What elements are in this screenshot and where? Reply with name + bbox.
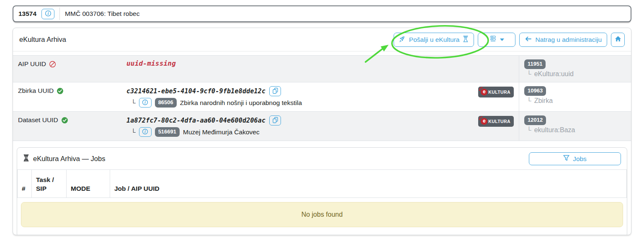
aip-uuid-label-cell: AIP UUID bbox=[13, 56, 121, 82]
tree-glyph: └ bbox=[527, 71, 531, 77]
home-button[interactable] bbox=[611, 33, 625, 47]
record-header-bar: 13574 MMČ 003706: Tibet robec bbox=[13, 5, 631, 22]
tree-glyph: └ bbox=[527, 127, 531, 133]
header-button-group: Pošalji u eKultura bbox=[394, 33, 625, 47]
divider bbox=[59, 8, 60, 20]
archive-card: eKultura Arhiva Pošalji u eKultura bbox=[13, 28, 631, 235]
jobs-col-task-sip: Task / SIP bbox=[32, 170, 67, 198]
rocket-icon bbox=[399, 36, 406, 44]
copy-icon bbox=[272, 87, 278, 95]
send-to-ekultura-button[interactable]: Pošalji u eKultura bbox=[394, 33, 474, 47]
server-stack-icon bbox=[489, 36, 497, 44]
aip-uuid-value-cell: uuid-missing bbox=[121, 56, 519, 82]
table-row-zbirka-uuid: Zbirka UUID c3214621-ebe5-4104-9cf0-9fb1… bbox=[13, 82, 631, 112]
jobs-card: eKultura Arhiva — Jobs Jobs # Task / SIP… bbox=[17, 147, 627, 235]
check-circle-icon bbox=[57, 87, 64, 96]
no-jobs-message: No jobs found bbox=[301, 211, 343, 218]
meta-label: ekultura:Baza bbox=[534, 126, 575, 134]
meta-id-badge: 11951 bbox=[524, 59, 546, 69]
table-row-aip-uuid: AIP UUID uuid-missing 11951 └ eKultura:u… bbox=[13, 56, 631, 82]
copy-icon bbox=[272, 117, 278, 125]
archive-title: eKultura Arhiva bbox=[19, 36, 66, 44]
funnel-icon bbox=[563, 155, 569, 163]
info-icon bbox=[142, 99, 148, 107]
zbirka-uuid-label-cell: Zbirka UUID bbox=[13, 82, 121, 111]
row-label: AIP UUID bbox=[18, 60, 46, 68]
tree-glyph: └ bbox=[131, 100, 136, 106]
ekultura-badge: e KULTURA bbox=[478, 87, 514, 97]
back-to-admin-button[interactable]: Natrag u administraciju bbox=[519, 33, 607, 47]
zbirka-info-button[interactable] bbox=[139, 98, 152, 108]
record-id: 13574 bbox=[18, 10, 36, 18]
ekultura-logo-icon: e bbox=[481, 118, 487, 125]
uuid-missing-value: uuid-missing bbox=[126, 59, 176, 67]
back-button-label: Natrag u administraciju bbox=[535, 36, 602, 44]
aip-uuid-meta-cell: 11951 └ eKultura:uuid bbox=[519, 56, 631, 82]
sub-description: Zbirka narodnih nošnji i uporabnog tekst… bbox=[180, 99, 302, 107]
sub-id-badge: 516691 bbox=[155, 127, 180, 137]
copy-uuid-button[interactable] bbox=[269, 115, 281, 126]
no-jobs-alert: No jobs found bbox=[21, 202, 623, 227]
record-info-button[interactable] bbox=[41, 9, 54, 19]
info-icon bbox=[142, 128, 148, 136]
hourglass-icon bbox=[23, 154, 29, 163]
row-label: Dataset UUID bbox=[18, 116, 58, 124]
jobs-title: eKultura Arhiva — Jobs bbox=[23, 154, 105, 163]
send-button-label: Pošalji u eKultura bbox=[409, 36, 460, 44]
jobs-filter-label: Jobs bbox=[573, 155, 587, 163]
jobs-table-header-row: # Task / SIP MODE Job / AIP UUID bbox=[18, 170, 627, 198]
uuid-value: 1a872fc7-80c2-4dfa-aa60-04e600d206ac bbox=[126, 117, 265, 124]
dataset-info-button[interactable] bbox=[139, 127, 152, 137]
tree-glyph: └ bbox=[131, 129, 136, 135]
copy-uuid-button[interactable] bbox=[269, 86, 281, 96]
jobs-col-number: # bbox=[18, 170, 32, 198]
row-label: Zbirka UUID bbox=[18, 87, 54, 95]
sub-id-badge: 86506 bbox=[155, 98, 177, 108]
meta-id-badge: 12012 bbox=[524, 115, 546, 125]
jobs-table: # Task / SIP MODE Job / AIP UUID bbox=[17, 169, 627, 198]
info-icon bbox=[45, 10, 52, 18]
arrow-left-icon bbox=[525, 36, 532, 44]
archive-card-header: eKultura Arhiva Pošalji u eKultura bbox=[13, 28, 631, 51]
tree-glyph: └ bbox=[527, 97, 531, 104]
meta-label: Zbirka bbox=[534, 97, 553, 105]
sub-description: Muzej Međimurja Čakovec bbox=[183, 128, 260, 136]
uuid-value: c3214621-ebe5-4104-9cf0-9fb1e8dde12c bbox=[126, 87, 265, 95]
archive-actions-dropdown[interactable] bbox=[478, 33, 515, 47]
table-row-dataset-uuid: Dataset UUID 1a872fc7-80c2-4dfa-aa60-04e… bbox=[13, 112, 631, 141]
check-circle-icon bbox=[61, 116, 68, 126]
ekultura-badge: e KULTURA bbox=[478, 116, 514, 127]
jobs-col-job-aip-uuid: Job / AIP UUID bbox=[110, 170, 627, 198]
record-title: MMČ 003706: Tibet robec bbox=[65, 10, 139, 18]
caret-down-icon bbox=[500, 38, 504, 41]
dataset-uuid-label-cell: Dataset UUID bbox=[13, 112, 121, 141]
home-icon bbox=[615, 36, 621, 44]
zbirka-uuid-value-cell: c3214621-ebe5-4104-9cf0-9fb1e8dde12c └ bbox=[121, 82, 519, 111]
meta-id-badge: 10963 bbox=[524, 86, 546, 96]
zbirka-uuid-meta-cell: 10963 └ Zbirka bbox=[519, 82, 631, 111]
hourglass-icon bbox=[463, 36, 469, 44]
jobs-col-mode: MODE bbox=[67, 170, 110, 198]
ekultura-logo-text: KULTURA bbox=[488, 119, 510, 124]
dataset-uuid-value-cell: 1a872fc7-80c2-4dfa-aa60-04e600d206ac └ bbox=[121, 112, 519, 141]
ekultura-logo-icon: e bbox=[481, 89, 487, 95]
dataset-uuid-meta-cell: 12012 └ ekultura:Baza bbox=[519, 112, 631, 141]
uuid-info-table: AIP UUID uuid-missing 11951 └ eKultura:u… bbox=[13, 55, 631, 141]
jobs-card-header: eKultura Arhiva — Jobs Jobs bbox=[17, 148, 627, 169]
ekultura-logo-text: KULTURA bbox=[488, 90, 510, 95]
meta-label: eKultura:uuid bbox=[534, 70, 574, 78]
jobs-title-text: eKultura Arhiva — Jobs bbox=[33, 155, 105, 163]
ban-icon bbox=[49, 60, 56, 69]
jobs-filter-button[interactable]: Jobs bbox=[529, 152, 621, 165]
